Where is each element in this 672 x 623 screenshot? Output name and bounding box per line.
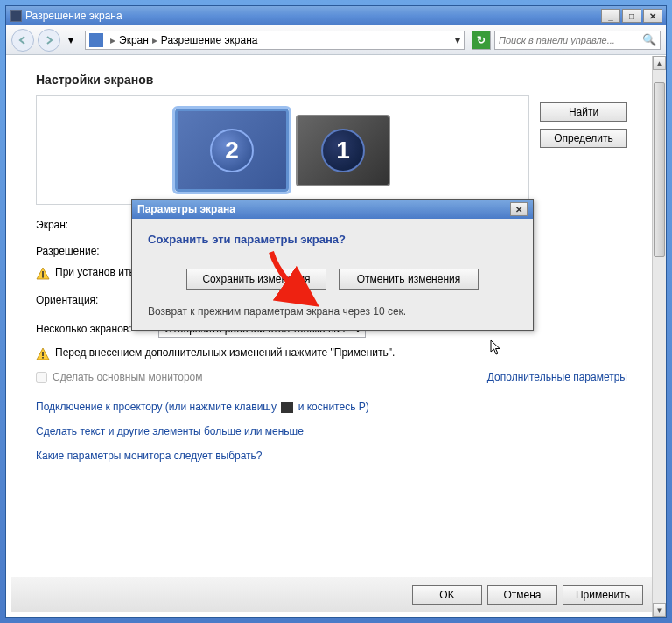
scroll-up-button[interactable]: ▲ <box>653 56 666 70</box>
minimize-button[interactable]: _ <box>601 9 620 23</box>
ok-button[interactable]: OK <box>412 585 482 605</box>
dialog-close-button[interactable]: ✕ <box>510 202 528 216</box>
find-button[interactable]: Найти <box>540 102 627 122</box>
breadcrumb-item-2[interactable]: Разрешение экрана <box>161 34 258 46</box>
link-monitor-params[interactable]: Какие параметры монитора следует выбрать… <box>36 450 627 462</box>
scroll-down-button[interactable]: ▼ <box>653 603 666 617</box>
close-button[interactable]: ✕ <box>643 9 662 23</box>
control-panel-icon <box>89 33 103 47</box>
svg-rect-3 <box>42 357 44 359</box>
search-input[interactable] <box>499 35 639 46</box>
confirm-dialog: Параметры экрана ✕ Сохранить эти парамет… <box>131 199 534 331</box>
history-dropdown[interactable]: ▾ <box>64 32 78 49</box>
maximize-button[interactable]: □ <box>622 9 641 23</box>
dialog-question: Сохранить эти параметры экрана? <box>148 233 517 246</box>
search-icon[interactable]: 🔍 <box>642 33 656 46</box>
titlebar[interactable]: Разрешение экрана _ □ ✕ <box>6 6 666 25</box>
app-icon <box>10 10 22 22</box>
primary-monitor-checkbox <box>36 372 47 383</box>
page-heading: Настройки экранов <box>36 73 627 87</box>
window-title: Разрешение экрана <box>25 10 122 22</box>
dialog-titlebar[interactable]: Параметры экрана ✕ <box>132 200 533 219</box>
revert-changes-button[interactable]: Отменить изменения <box>339 269 479 290</box>
dialog-title: Параметры экрана <box>137 203 235 215</box>
identify-button[interactable]: Определить <box>540 129 627 148</box>
search-box[interactable]: 🔍 <box>494 31 661 50</box>
svg-rect-1 <box>42 276 44 278</box>
warning-text-2: Перед внесением дополнительных изменений… <box>55 346 395 359</box>
primary-monitor-label: Сделать основным монитором <box>52 371 203 383</box>
svg-rect-0 <box>42 271 44 276</box>
dialog-countdown: Возврат к прежним параметрам экрана чере… <box>148 305 517 318</box>
warning-icon <box>36 267 50 280</box>
apply-button[interactable]: Применить <box>563 585 643 605</box>
breadcrumb-sep: ▸ <box>152 34 158 46</box>
footer: OK Отмена Применить <box>11 577 652 612</box>
forward-button[interactable] <box>38 29 60 52</box>
scroll-thumb[interactable] <box>654 82 665 257</box>
breadcrumb-item-1[interactable]: Экран <box>119 34 149 46</box>
toolbar: ▾ ▸ Экран ▸ Разрешение экрана ▾ ↻ 🔍 <box>6 25 666 55</box>
breadcrumb[interactable]: ▸ Экран ▸ Разрешение экрана ▾ <box>85 31 465 50</box>
breadcrumb-dropdown[interactable]: ▾ <box>455 34 460 46</box>
monitor-2-badge: 2 <box>210 129 254 172</box>
back-button[interactable] <box>11 29 34 52</box>
windows-key-icon <box>281 402 293 413</box>
monitors-preview[interactable]: 2 1 <box>36 95 529 205</box>
vertical-scrollbar[interactable]: ▲ ▼ <box>652 56 666 617</box>
save-changes-button[interactable]: Сохранить изменения <box>186 269 326 290</box>
warning-icon <box>36 347 50 360</box>
monitor-2[interactable]: 2 <box>175 108 289 192</box>
link-projector[interactable]: Подключение к проектору (или нажмите кла… <box>36 401 627 413</box>
refresh-button[interactable]: ↻ <box>472 31 491 50</box>
monitor-1[interactable]: 1 <box>296 115 390 186</box>
breadcrumb-sep: ▸ <box>110 34 116 46</box>
advanced-settings-link[interactable]: Дополнительные параметры <box>487 371 627 383</box>
monitor-1-badge: 1 <box>321 129 365 172</box>
link-text-size[interactable]: Сделать текст и другие элементы больше и… <box>36 425 627 438</box>
help-links: Подключение к проектору (или нажмите кла… <box>36 401 627 462</box>
svg-rect-2 <box>42 352 44 356</box>
cancel-button[interactable]: Отмена <box>487 585 557 605</box>
